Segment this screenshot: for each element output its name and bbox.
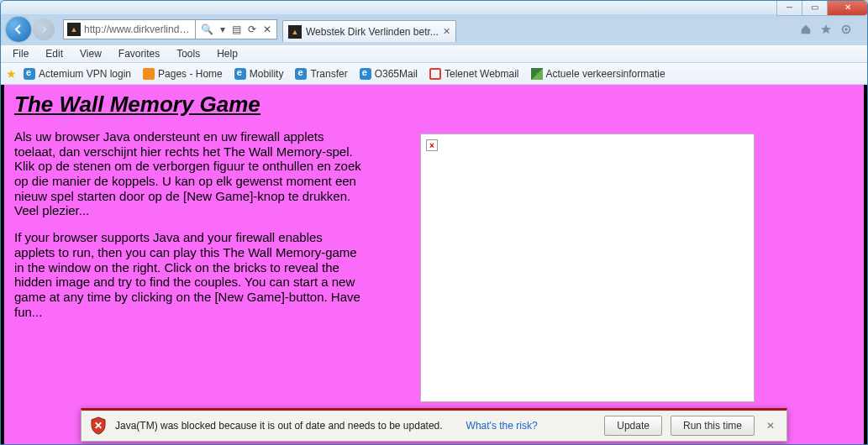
bookmark-actemium-vpn[interactable]: Actemium VPN login: [18, 66, 136, 81]
notification-bar: ✕ Java(TM) was blocked because it is out…: [81, 408, 787, 442]
home-icon[interactable]: [800, 24, 812, 35]
address-controls: 🔍 ▾ ▤ ⟳ ✕: [196, 19, 277, 39]
ie-icon: [234, 68, 246, 80]
stop-icon[interactable]: ✕: [263, 24, 271, 35]
favorites-star-icon[interactable]: [820, 24, 832, 35]
add-favorite-icon[interactable]: ★: [6, 68, 17, 80]
menu-tools[interactable]: Tools: [170, 46, 207, 61]
compat-view-icon[interactable]: ▤: [232, 24, 241, 35]
forward-button: [33, 18, 55, 40]
tab-strip: ▲ Webstek Dirk Verlinden betr... ✕: [282, 17, 788, 42]
menu-view[interactable]: View: [73, 46, 108, 61]
ie-icon: [24, 68, 35, 80]
ie-icon: [295, 68, 307, 80]
bookmark-o365mail[interactable]: O365Mail: [355, 66, 423, 81]
command-bar: [790, 24, 862, 35]
refresh-icon[interactable]: ⟳: [248, 24, 256, 35]
java-applet-placeholder: ×: [420, 134, 755, 402]
notification-close-icon[interactable]: ✕: [763, 420, 778, 432]
bookmark-mobility[interactable]: Mobility: [229, 66, 289, 81]
tab-favicon: ▲: [288, 25, 302, 39]
notification-link[interactable]: What's the risk?: [466, 420, 538, 432]
shield-icon: ✕: [90, 416, 107, 435]
bookmark-label: Transfer: [310, 68, 347, 80]
tab-active[interactable]: ▲ Webstek Dirk Verlinden betr... ✕: [282, 20, 456, 42]
search-dropdown-icon[interactable]: ▾: [220, 24, 225, 35]
menu-bar: File Edit View Favorites Tools Help: [1, 44, 867, 63]
bookmark-verkeersinformatie[interactable]: Actuele verkeersinformatie: [526, 66, 671, 81]
back-button[interactable]: [6, 17, 31, 42]
broken-image-icon: ×: [426, 139, 438, 151]
update-button[interactable]: Update: [604, 416, 662, 436]
address-bar[interactable]: ▲ http://www.dirkverlinde...: [63, 19, 196, 39]
window-controls: ─ ▭ ✕: [776, 0, 867, 16]
tab-close-icon[interactable]: ✕: [443, 26, 450, 37]
title-bar: ─ ▭ ✕: [1, 1, 867, 14]
paragraph-dutch: Als uw browser Java ondersteunt en uw fi…: [14, 129, 363, 218]
bookmark-label: Pages - Home: [158, 68, 223, 80]
run-this-time-button[interactable]: Run this time: [671, 416, 755, 436]
address-group: ▲ http://www.dirkverlinde... 🔍 ▾ ▤ ⟳ ✕: [56, 19, 277, 39]
telenet-icon: [429, 68, 441, 80]
arrow-right-icon: [39, 24, 49, 34]
minimize-button[interactable]: ─: [776, 0, 802, 16]
search-icon[interactable]: 🔍: [201, 24, 213, 35]
maximize-button[interactable]: ▭: [802, 0, 827, 16]
menu-file[interactable]: File: [6, 46, 35, 61]
bookmark-label: Mobility: [250, 68, 284, 80]
bookmark-label: Actuele verkeersinformatie: [546, 68, 665, 80]
content-viewport: The Wall Memory Game Als uw browser Java…: [1, 85, 867, 444]
svg-point-1: [844, 28, 848, 31]
bookmark-pages-home[interactable]: Pages - Home: [138, 66, 228, 81]
favorites-bar: ★ Actemium VPN login Pages - Home Mobili…: [1, 63, 867, 85]
menu-favorites[interactable]: Favorites: [112, 46, 166, 61]
traffic-icon: [531, 68, 543, 80]
bookmark-label: Telenet Webmail: [445, 68, 519, 80]
address-text: http://www.dirkverlinde...: [84, 24, 192, 35]
bookmark-label: Actemium VPN login: [39, 68, 131, 80]
menu-edit[interactable]: Edit: [39, 46, 70, 61]
close-button[interactable]: ✕: [827, 0, 867, 16]
ie-icon: [360, 68, 371, 80]
bookmark-label: O365Mail: [375, 68, 418, 80]
nav-row: ▲ http://www.dirkverlinde... 🔍 ▾ ▤ ⟳ ✕ ▲…: [1, 14, 867, 44]
arrow-left-icon: [12, 23, 25, 36]
page-title: The Wall Memory Game: [14, 92, 854, 118]
paragraph-english: If your browser supports Java and your f…: [14, 230, 363, 319]
tools-gear-icon[interactable]: [840, 24, 852, 35]
sharepoint-icon: [143, 68, 155, 80]
menu-help[interactable]: Help: [210, 46, 245, 61]
tab-title: Webstek Dirk Verlinden betr...: [306, 26, 439, 38]
bookmark-transfer[interactable]: Transfer: [290, 66, 352, 81]
notification-message: Java(TM) was blocked because it is out o…: [115, 420, 443, 432]
svg-text:✕: ✕: [94, 420, 103, 432]
browser-window: ─ ▭ ✕ ▲ http://www.dirkverlinde... 🔍 ▾ ▤…: [0, 0, 868, 445]
site-favicon: ▲: [67, 23, 81, 36]
bookmark-telenet-webmail[interactable]: Telenet Webmail: [424, 66, 524, 81]
web-page: The Wall Memory Game Als uw browser Java…: [4, 85, 864, 444]
